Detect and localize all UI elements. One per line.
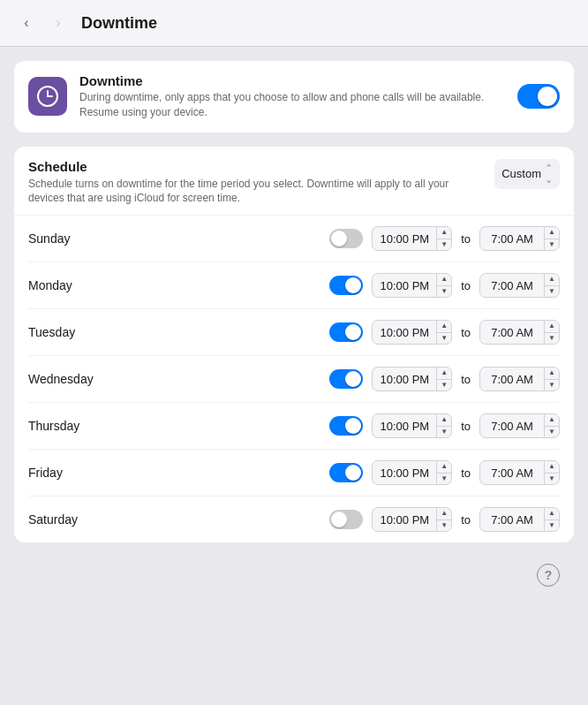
day-toggle-thumb [345,324,361,340]
to-time-stepper-wednesday[interactable]: 7:00 AM ▲ ▼ [479,367,560,391]
from-time-stepper-thursday[interactable]: 10:00 PM ▲ ▼ [372,413,452,438]
from-stepper-down[interactable]: ▼ [437,286,451,298]
downtime-desc: During downtime, only apps that you choo… [79,90,505,120]
day-toggle-area: 10:00 PM ▲ ▼ to 7:00 AM ▲ ▼ [108,413,560,438]
day-name: Friday [28,466,108,480]
to-stepper-arrows: ▲ ▼ [544,321,559,344]
from-stepper-up[interactable]: ▲ [437,227,451,239]
from-time-stepper-wednesday[interactable]: 10:00 PM ▲ ▼ [372,367,452,391]
to-stepper-down[interactable]: ▼ [545,286,559,298]
from-stepper-arrows: ▲ ▼ [436,227,451,250]
from-time-value: 10:00 PM [373,513,436,527]
downtime-toggle-track[interactable] [517,84,560,109]
to-time-stepper-sunday[interactable]: 7:00 AM ▲ ▼ [479,226,560,251]
day-toggle-monday[interactable] [329,276,363,295]
schedule-mode-label: Custom [501,167,541,180]
to-stepper-up[interactable]: ▲ [545,321,559,333]
day-row: Saturday 10:00 PM ▲ ▼ to 7:00 AM ▲ [28,497,560,542]
day-toggle-thursday[interactable] [329,416,363,436]
from-stepper-arrows: ▲ ▼ [436,274,451,297]
to-stepper-arrows: ▲ ▼ [544,508,559,531]
to-label: to [461,420,471,433]
to-stepper-down[interactable]: ▼ [545,520,559,532]
from-stepper-up[interactable]: ▲ [437,461,451,474]
from-time-stepper-sunday[interactable]: 10:00 PM ▲ ▼ [372,226,452,251]
to-stepper-up[interactable]: ▲ [545,274,559,286]
from-stepper-down[interactable]: ▼ [437,474,451,485]
to-stepper-up[interactable]: ▲ [545,368,559,380]
downtime-title: Downtime [79,73,505,88]
from-time-stepper-tuesday[interactable]: 10:00 PM ▲ ▼ [372,320,452,345]
back-button[interactable]: ‹ [14,11,39,35]
from-stepper-down[interactable]: ▼ [437,427,451,438]
day-toggle-area: 10:00 PM ▲ ▼ to 7:00 AM ▲ ▼ [108,273,560,298]
day-toggle-thumb [345,371,361,387]
from-stepper-up[interactable]: ▲ [437,368,451,380]
day-toggle-thumb [331,231,347,246]
day-toggle-wednesday[interactable] [329,369,363,389]
day-toggle-tuesday[interactable] [329,322,363,342]
day-toggle-friday[interactable] [329,463,363,482]
to-stepper-down[interactable]: ▼ [545,239,559,251]
from-stepper-down[interactable]: ▼ [437,333,451,345]
help-button[interactable]: ? [537,564,560,587]
to-stepper-down[interactable]: ▼ [545,380,559,391]
to-stepper-arrows: ▲ ▼ [544,274,559,297]
forward-button[interactable]: › [46,11,71,35]
day-name: Wednesday [28,372,108,386]
from-time-value: 10:00 PM [373,326,436,339]
from-stepper-down[interactable]: ▼ [437,380,451,391]
to-time-stepper-saturday[interactable]: 7:00 AM ▲ ▼ [479,507,560,532]
help-row: ? [14,557,574,594]
to-time-stepper-monday[interactable]: 7:00 AM ▲ ▼ [479,273,560,298]
to-label: to [461,279,471,292]
to-stepper-arrows: ▲ ▼ [544,461,559,484]
day-row: Friday 10:00 PM ▲ ▼ to 7:00 AM ▲ [28,450,560,497]
schedule-mode-picker[interactable]: Custom ⌃⌄ [494,159,560,189]
from-time-value: 10:00 PM [373,420,436,433]
from-stepper-arrows: ▲ ▼ [436,461,451,484]
days-list: Sunday 10:00 PM ▲ ▼ to 7:00 AM ▲ [14,215,574,542]
downtime-card: Downtime During downtime, only apps that… [14,61,574,133]
day-toggle-saturday[interactable] [329,510,363,529]
to-label: to [461,373,471,386]
from-stepper-arrows: ▲ ▼ [436,321,451,344]
to-stepper-down[interactable]: ▼ [545,427,559,438]
to-stepper-up[interactable]: ▲ [545,227,559,239]
to-stepper-up[interactable]: ▲ [545,414,559,427]
from-stepper-up[interactable]: ▲ [437,508,451,520]
day-toggle-thumb [345,418,361,434]
day-toggle-sunday[interactable] [329,229,363,248]
to-stepper-up[interactable]: ▲ [545,461,559,474]
from-stepper-arrows: ▲ ▼ [436,368,451,390]
day-toggle-thumb [331,512,347,527]
from-stepper-up[interactable]: ▲ [437,321,451,333]
to-time-value: 7:00 AM [480,420,544,433]
to-stepper-up[interactable]: ▲ [545,508,559,520]
to-time-stepper-tuesday[interactable]: 7:00 AM ▲ ▼ [479,320,560,345]
day-toggle-area: 10:00 PM ▲ ▼ to 7:00 AM ▲ ▼ [108,460,560,485]
to-time-value: 7:00 AM [480,466,544,480]
from-stepper-down[interactable]: ▼ [437,520,451,532]
to-time-stepper-friday[interactable]: 7:00 AM ▲ ▼ [479,460,560,485]
from-time-stepper-friday[interactable]: 10:00 PM ▲ ▼ [372,460,452,485]
day-row: Tuesday 10:00 PM ▲ ▼ to 7:00 AM ▲ [28,309,560,356]
downtime-main-toggle[interactable] [517,84,560,109]
day-toggle-area: 10:00 PM ▲ ▼ to 7:00 AM ▲ ▼ [108,507,560,532]
to-time-value: 7:00 AM [480,373,544,386]
to-stepper-down[interactable]: ▼ [545,333,559,345]
day-name: Sunday [28,231,108,246]
from-stepper-down[interactable]: ▼ [437,239,451,251]
to-time-stepper-thursday[interactable]: 7:00 AM ▲ ▼ [479,413,560,438]
schedule-card: Schedule Schedule turns on downtime for … [14,147,574,543]
from-time-stepper-saturday[interactable]: 10:00 PM ▲ ▼ [372,507,452,532]
main-content: Downtime During downtime, only apps that… [0,47,588,705]
day-row: Sunday 10:00 PM ▲ ▼ to 7:00 AM ▲ [28,216,560,262]
day-toggle-area: 10:00 PM ▲ ▼ to 7:00 AM ▲ ▼ [108,226,560,251]
to-stepper-down[interactable]: ▼ [545,474,559,485]
from-stepper-up[interactable]: ▲ [437,274,451,286]
from-stepper-up[interactable]: ▲ [437,414,451,427]
schedule-desc: Schedule turns on downtime for the time … [28,177,484,207]
chevron-icon: ⌃⌄ [545,163,553,186]
from-time-stepper-monday[interactable]: 10:00 PM ▲ ▼ [372,273,452,298]
